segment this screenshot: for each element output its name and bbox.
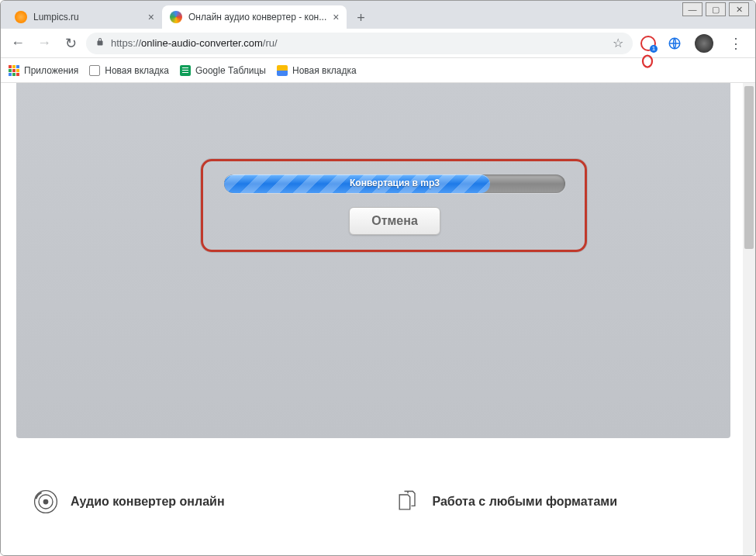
back-button[interactable]: ← [7, 33, 29, 54]
browser-window: — ▢ ✕ Lumpics.ru × Онлайн аудио конверте… [0, 0, 756, 556]
features-row: Аудио конвертер онлайн Работа с любыми ф… [1, 438, 755, 516]
extension-opera-icon[interactable]: 1 [640, 36, 656, 51]
tab-bar: Lumpics.ru × Онлайн аудио конвертер - ко… [1, 1, 755, 29]
sheets-icon [180, 65, 191, 76]
minimize-button[interactable]: — [682, 2, 702, 16]
apps-grid-icon [9, 65, 19, 76]
window-controls: — ▢ ✕ [682, 2, 749, 16]
close-tab-icon[interactable]: × [333, 11, 339, 23]
url-host: online-audio-converter.com [141, 37, 263, 49]
scroll-thumb[interactable] [744, 86, 754, 249]
url-scheme: https:// [111, 37, 141, 49]
browser-tab-lumpics[interactable]: Lumpics.ru × [7, 5, 162, 29]
svg-point-0 [643, 55, 652, 67]
forward-button[interactable]: → [33, 33, 55, 54]
disc-icon [32, 488, 60, 516]
bookmark-label: Приложения [24, 65, 78, 76]
close-window-button[interactable]: ✕ [729, 2, 749, 16]
progress-label: Конвертация в mp3 [224, 178, 565, 188]
favicon-icon [15, 11, 27, 23]
bookmark-star-icon[interactable]: ☆ [613, 36, 623, 50]
reload-button[interactable]: ↻ [60, 33, 81, 54]
progress-container: Конвертация в mp3 Отмена [224, 174, 565, 235]
bookmark-item[interactable]: Новая вкладка [89, 65, 169, 76]
tab-title: Онлайн аудио конвертер - кон... [188, 12, 326, 22]
bookmark-item[interactable]: Новая вкладка [277, 65, 357, 76]
close-tab-icon[interactable]: × [148, 11, 154, 23]
extension-badge: 1 [650, 45, 658, 53]
maximize-button[interactable]: ▢ [706, 2, 726, 16]
progress-bar: Конвертация в mp3 [224, 174, 565, 193]
page-content: Конвертация в mp3 Отмена Аудио конвертер… [1, 83, 755, 555]
files-icon [394, 488, 422, 516]
feature-converter: Аудио конвертер онлайн [32, 488, 363, 516]
url-text: https://online-audio-converter.com/ru/ [111, 37, 606, 49]
bookmark-label: Google Таблицы [195, 65, 266, 76]
page-icon [89, 65, 100, 76]
scrollbar[interactable] [743, 83, 755, 555]
profile-avatar[interactable] [695, 34, 713, 53]
favicon-icon [170, 11, 182, 23]
bookmark-item[interactable]: Google Таблицы [180, 65, 266, 76]
tab-title: Lumpics.ru [33, 12, 142, 22]
feature-title: Аудио конвертер онлайн [71, 495, 225, 509]
secure-lock-icon [95, 37, 105, 49]
new-tab-button[interactable]: + [350, 7, 371, 29]
feature-title: Работа с любыми форматами [433, 495, 617, 509]
cancel-button[interactable]: Отмена [349, 207, 440, 235]
bookmark-label: Новая вкладка [105, 65, 169, 76]
feature-formats: Работа с любыми форматами [394, 488, 725, 516]
apps-button[interactable]: Приложения [9, 65, 78, 76]
bookmark-label: Новая вкладка [292, 65, 357, 76]
page-icon [277, 65, 288, 76]
svg-point-4 [43, 499, 47, 503]
converter-panel: Конвертация в mp3 Отмена [16, 83, 730, 438]
address-bar[interactable]: https://online-audio-converter.com/ru/ ☆ [86, 33, 633, 54]
nav-bar: ← → ↻ https://online-audio-converter.com… [1, 29, 755, 58]
url-path: /ru/ [263, 37, 278, 49]
browser-menu-button[interactable]: ⋮ [723, 35, 749, 52]
extension-globe-icon[interactable] [667, 36, 682, 51]
browser-tab-converter[interactable]: Онлайн аудио конвертер - кон... × [162, 5, 347, 29]
